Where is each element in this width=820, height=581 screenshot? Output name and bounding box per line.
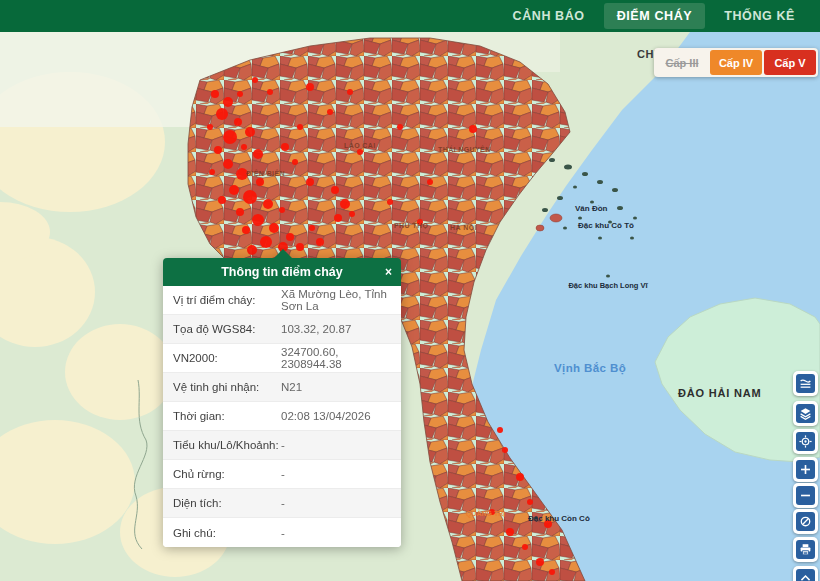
- map-canvas[interactable]: CHI LÀO CAI THÁI NGUYÊN ĐIỆN BIÊN PHÚ TH…: [0, 32, 820, 581]
- legend-level-4-label: Cấp IV: [719, 57, 753, 69]
- print-button[interactable]: [793, 537, 818, 562]
- row-value: -: [281, 468, 401, 480]
- fire-danger-legend: Cấp III Cấp IV Cấp V: [654, 48, 818, 77]
- popup-body: Vị trí điểm cháy: Xã Mường Lèo, Tỉnh Sơn…: [163, 286, 401, 547]
- row-value: -: [281, 439, 401, 451]
- collapse-icon: [799, 572, 812, 581]
- legend-level-4-button[interactable]: Cấp IV: [710, 50, 762, 75]
- row-label: Tọa độ WGS84:: [163, 323, 281, 335]
- zoom-in-button[interactable]: [793, 457, 818, 482]
- row-label: Ghi chú:: [163, 527, 281, 539]
- nav-item-thong-ke[interactable]: THỐNG KÊ: [711, 3, 808, 29]
- zoom-out-button[interactable]: [793, 483, 818, 508]
- popup-row-wgs84: Tọa độ WGS84: 103.32, 20.87: [163, 315, 401, 344]
- layers-button[interactable]: [793, 401, 818, 426]
- clear-button[interactable]: [793, 509, 818, 534]
- row-label: Vị trí điểm cháy:: [163, 294, 281, 306]
- basemap-svg: [0, 32, 820, 581]
- row-value: -: [281, 527, 401, 539]
- legend-level-3-button[interactable]: Cấp III: [656, 50, 708, 75]
- map-legend-button[interactable]: [793, 371, 818, 396]
- popup-row-compartment: Tiểu khu/Lô/Khoảnh: -: [163, 431, 401, 460]
- row-label: Vệ tinh ghi nhận:: [163, 381, 281, 393]
- row-label: VN2000:: [163, 352, 281, 364]
- row-label: Diện tích:: [163, 497, 281, 509]
- row-label: Tiểu khu/Lô/Khoảnh:: [163, 439, 281, 451]
- row-value: 324700.60, 2308944.38: [281, 346, 401, 370]
- top-navbar: CẢNH BÁO ĐIỂM CHÁY THỐNG KÊ: [0, 0, 820, 32]
- collapse-button[interactable]: [793, 566, 818, 581]
- legend-level-5-button[interactable]: Cấp V: [764, 50, 816, 75]
- row-value: Xã Mường Lèo, Tỉnh Sơn La: [281, 288, 401, 312]
- legend-level-3-label: Cấp III: [665, 57, 698, 69]
- layers-icon: [799, 407, 812, 420]
- row-value: -: [281, 497, 401, 509]
- locate-icon: [799, 435, 812, 448]
- popup-row-location: Vị trí điểm cháy: Xã Mường Lèo, Tỉnh Sơn…: [163, 286, 401, 315]
- row-label: Chủ rừng:: [163, 468, 281, 480]
- popup-row-forest-owner: Chủ rừng: -: [163, 460, 401, 489]
- popup-row-area: Diện tích: -: [163, 489, 401, 518]
- zoom-out-icon: [799, 489, 812, 502]
- popup-row-note: Ghi chú: -: [163, 518, 401, 547]
- zoom-in-icon: [799, 463, 812, 476]
- print-icon: [799, 543, 812, 556]
- legend-level-5-label: Cấp V: [774, 57, 805, 69]
- popup-title: Thông tin điểm cháy: [221, 265, 343, 279]
- popup-header: Thông tin điểm cháy ×: [163, 258, 401, 286]
- row-value: N21: [281, 381, 401, 393]
- row-label: Thời gian:: [163, 410, 281, 422]
- clear-icon: [799, 515, 812, 528]
- row-value: 103.32, 20.87: [281, 323, 401, 335]
- locate-button[interactable]: [793, 429, 818, 454]
- popup-row-vn2000: VN2000: 324700.60, 2308944.38: [163, 344, 401, 373]
- nav-item-canh-bao[interactable]: CẢNH BÁO: [500, 3, 598, 29]
- fire-point-popup: Thông tin điểm cháy × Vị trí điểm cháy: …: [163, 258, 401, 547]
- nav-item-diem-chay[interactable]: ĐIỂM CHÁY: [604, 3, 706, 29]
- row-value: 02:08 13/04/2026: [281, 410, 401, 422]
- popup-row-satellite: Vệ tinh ghi nhận: N21: [163, 373, 401, 402]
- fire-map-app: CẢNH BÁO ĐIỂM CHÁY THỐNG KÊ: [0, 0, 820, 581]
- popup-row-time: Thời gian: 02:08 13/04/2026: [163, 402, 401, 431]
- map-legend-icon: [799, 377, 812, 390]
- popup-close-icon[interactable]: ×: [385, 258, 392, 286]
